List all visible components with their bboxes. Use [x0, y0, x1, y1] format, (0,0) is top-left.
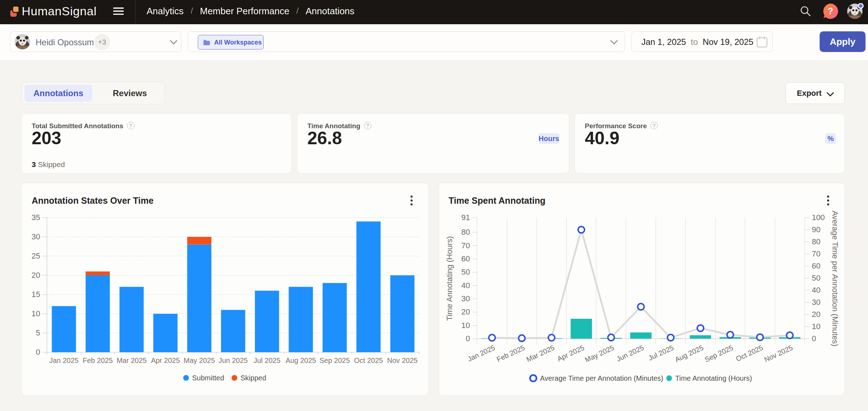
- svg-text:May 2025: May 2025: [184, 357, 215, 364]
- svg-text:Time Annotating (Hours): Time Annotating (Hours): [675, 374, 752, 382]
- svg-text:100: 100: [812, 213, 825, 222]
- svg-text:Feb 2025: Feb 2025: [83, 357, 113, 364]
- svg-text:Apr 2025: Apr 2025: [151, 357, 180, 364]
- svg-text:50: 50: [812, 274, 820, 282]
- svg-text:Submitted: Submitted: [192, 374, 224, 382]
- svg-text:80: 80: [461, 228, 470, 236]
- svg-text:Jun 2025: Jun 2025: [218, 357, 248, 364]
- svg-text:80: 80: [812, 237, 820, 246]
- svg-text:0: 0: [466, 334, 470, 343]
- svg-text:91: 91: [461, 213, 470, 222]
- svg-text:40: 40: [461, 281, 470, 290]
- svg-text:60: 60: [812, 261, 820, 270]
- svg-text:30: 30: [32, 232, 40, 241]
- svg-text:Aug 2025: Aug 2025: [674, 344, 705, 364]
- svg-text:20: 20: [812, 310, 820, 319]
- svg-text:10: 10: [461, 321, 470, 330]
- svg-text:30: 30: [461, 294, 470, 303]
- svg-text:Jan 2025: Jan 2025: [466, 344, 496, 363]
- svg-text:30: 30: [812, 298, 820, 307]
- svg-text:15: 15: [32, 290, 40, 299]
- svg-text:25: 25: [32, 251, 40, 260]
- svg-text:Jul 2025: Jul 2025: [254, 357, 281, 364]
- svg-text:20: 20: [461, 307, 470, 316]
- svg-text:35: 35: [32, 213, 40, 222]
- svg-text:Jul 2025: Jul 2025: [647, 344, 675, 362]
- svg-text:Mar 2025: Mar 2025: [117, 357, 147, 364]
- svg-text:Nov 2025: Nov 2025: [387, 357, 418, 364]
- svg-text:Time Annotating (Hours): Time Annotating (Hours): [445, 236, 454, 321]
- svg-text:20: 20: [32, 271, 40, 280]
- svg-text:40: 40: [812, 286, 820, 295]
- svg-text:Sep 2025: Sep 2025: [319, 357, 350, 364]
- svg-text:90: 90: [812, 225, 820, 234]
- svg-text:5: 5: [36, 328, 40, 337]
- svg-text:Time Spent Annotating: Time Spent Annotating: [449, 196, 545, 206]
- svg-text:Mar 2025: Mar 2025: [525, 344, 556, 364]
- svg-text:Jan 2025: Jan 2025: [49, 357, 78, 364]
- svg-text:0: 0: [812, 334, 816, 343]
- svg-text:?: ?: [828, 6, 833, 16]
- svg-text:70: 70: [461, 241, 470, 250]
- svg-text:Oct 2025: Oct 2025: [735, 344, 764, 363]
- svg-text:70: 70: [812, 249, 820, 258]
- svg-text:10: 10: [32, 309, 40, 318]
- svg-text:Jun 2025: Jun 2025: [615, 344, 645, 363]
- svg-text:10: 10: [812, 322, 820, 331]
- svg-text:Average Time per Annotation (M: Average Time per Annotation (Minutes): [831, 210, 840, 346]
- svg-text:Skipped: Skipped: [240, 374, 266, 382]
- svg-text:Apr 2025: Apr 2025: [556, 344, 586, 363]
- svg-text:Sep 2025: Sep 2025: [703, 344, 734, 364]
- svg-text:60: 60: [461, 254, 470, 263]
- svg-text:Feb 2025: Feb 2025: [496, 344, 526, 364]
- svg-text:Nov 2025: Nov 2025: [763, 344, 794, 364]
- svg-text:Annotation States Over Time: Annotation States Over Time: [32, 196, 154, 206]
- svg-text:Oct 2025: Oct 2025: [354, 357, 383, 364]
- svg-text:Average Time per Annotation (M: Average Time per Annotation (Minutes): [540, 374, 663, 382]
- svg-text:May 2025: May 2025: [584, 344, 615, 364]
- svg-text:50: 50: [461, 267, 470, 276]
- svg-text:0: 0: [36, 348, 40, 357]
- svg-text:Aug 2025: Aug 2025: [286, 357, 316, 364]
